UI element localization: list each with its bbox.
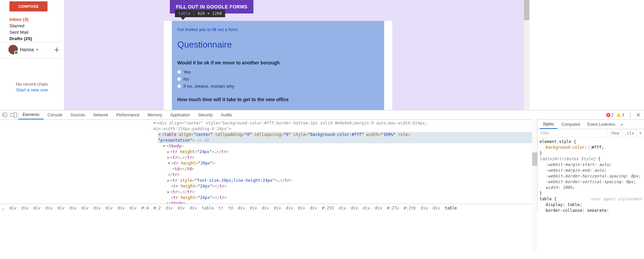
error-count[interactable]: ✕2 — [606, 113, 614, 117]
breadcrumb-item[interactable]: div — [262, 206, 269, 210]
scrollbar-thumb[interactable] — [532, 152, 537, 166]
breadcrumb-item[interactable]: … — [2, 206, 4, 210]
dom-tree[interactable]: <div align="center" style="background-co… — [0, 120, 537, 204]
breadcrumb-item[interactable]: div — [57, 206, 65, 210]
sidebar-item-starred[interactable]: Starred — [0, 23, 64, 29]
tab-application[interactable]: Application — [166, 110, 194, 119]
option-label: Yes — [183, 69, 191, 75]
breadcrumb-item[interactable]: div — [93, 206, 101, 210]
breadcrumb-item[interactable]: div — [433, 206, 440, 210]
breadcrumb-item[interactable]: div — [9, 206, 17, 210]
invite-text: I've invited you to fill out a form: — [177, 27, 379, 32]
breadcrumb-item[interactable]: div — [178, 206, 185, 210]
chevron-down-icon[interactable] — [36, 49, 38, 51]
breadcrumb-item[interactable]: div — [363, 206, 370, 210]
dom-breadcrumb[interactable]: …divdivdivdivdivdivdivdivdivdivdiv#:4#:2… — [0, 204, 537, 212]
breadcrumb-item[interactable]: div — [421, 206, 428, 210]
tab-performance[interactable]: Performance — [112, 110, 144, 119]
breadcrumb-item[interactable]: div — [274, 206, 281, 210]
breadcrumb-item[interactable]: div — [375, 206, 382, 210]
warning-count-value: 3 — [622, 113, 624, 117]
devtools-menu-icon[interactable]: ⋮ — [627, 112, 633, 118]
breadcrumb-item[interactable]: #:255 — [322, 206, 334, 210]
breadcrumb-item[interactable]: table — [445, 206, 457, 210]
breadcrumb-item[interactable]: div — [190, 206, 197, 210]
breadcrumb-item[interactable]: div — [105, 206, 113, 210]
inspect-element-icon[interactable] — [3, 113, 7, 117]
styles-more-icon[interactable]: » — [621, 122, 623, 127]
option-yes[interactable]: Yes — [177, 69, 379, 75]
no-chats-label: No recent chats — [0, 82, 64, 87]
tab-security[interactable]: Security — [194, 110, 217, 119]
dom-panel: <div align="center" style="background-co… — [0, 120, 537, 212]
breadcrumb-item[interactable]: div — [238, 206, 245, 210]
start-chat-link[interactable]: Start a new one — [0, 87, 64, 92]
tab-elements[interactable]: Elements — [19, 110, 43, 119]
breadcrumb-item[interactable]: #:2 — [153, 206, 161, 210]
breadcrumb-item[interactable]: table — [202, 206, 214, 210]
split-drag-handle[interactable] — [65, 0, 65, 110]
breadcrumb-item[interactable]: div — [69, 206, 77, 210]
devtools: Elements Console Sources Network Perform… — [0, 110, 644, 212]
scrollbar-thumb[interactable] — [524, 0, 529, 20]
email-card: I've invited you to fill out a form: Que… — [164, 21, 392, 110]
sidebar-item-inbox[interactable]: Inbox (3) — [0, 16, 64, 23]
chat-user-row[interactable]: Hanna + — [0, 42, 64, 59]
tab-sources[interactable]: Sources — [66, 110, 89, 119]
option-no[interactable]: No — [177, 77, 379, 82]
close-devtools-icon[interactable]: ✕ — [636, 112, 641, 118]
new-rule-button[interactable]: + — [637, 129, 644, 137]
breadcrumb-item[interactable]: div — [310, 206, 317, 210]
breadcrumb-item[interactable]: div — [129, 206, 137, 210]
tab-memory[interactable]: Memory — [144, 110, 166, 119]
dom-tree-scrollbar[interactable] — [532, 119, 537, 251]
sidebar-item-sent[interactable]: Sent Mail — [0, 29, 64, 35]
breadcrumb-item[interactable]: div — [33, 206, 41, 210]
tooltip-tag: table — [175, 10, 194, 17]
devtools-tabbar: Elements Console Sources Network Perform… — [0, 110, 644, 120]
radio-icon[interactable] — [177, 77, 181, 81]
tab-network[interactable]: Network — [89, 110, 112, 119]
toggle-hov[interactable]: :hov — [607, 129, 622, 137]
breadcrumb-item[interactable]: div — [339, 206, 346, 210]
breadcrumb-item[interactable]: div — [21, 206, 29, 210]
computed-tab[interactable]: Computed — [558, 120, 583, 129]
styles-filter-input[interactable] — [538, 131, 607, 136]
device-toolbar-icon[interactable] — [10, 113, 16, 117]
breadcrumb-item[interactable]: div — [117, 206, 125, 210]
breadcrumb-item[interactable]: div — [351, 206, 358, 210]
warning-icon — [617, 113, 621, 117]
error-count-value: 2 — [611, 113, 614, 117]
sidebar-item-drafts[interactable]: Drafts (25) — [0, 35, 64, 42]
page-scrollbar[interactable] — [524, 0, 529, 110]
breadcrumb-item[interactable]: #:27u — [387, 206, 399, 210]
radio-icon[interactable] — [177, 70, 181, 74]
breadcrumb-item[interactable]: div — [45, 206, 53, 210]
breadcrumb-item[interactable]: div — [165, 206, 173, 210]
breadcrumb-item[interactable]: td — [228, 206, 233, 210]
styles-tab[interactable]: Styles — [540, 120, 557, 129]
breadcrumb-item[interactable]: div — [298, 206, 305, 210]
styles-rules[interactable]: element.style { background-color:#fff; }… — [538, 138, 644, 212]
toggle-cls[interactable]: .cls — [622, 129, 637, 137]
styles-panel: Styles Computed Event Listeners » :hov .… — [537, 120, 644, 212]
breadcrumb-item[interactable]: #:2tb — [404, 206, 416, 210]
breadcrumb-item[interactable]: div — [81, 206, 89, 210]
breadcrumb-item[interactable]: #:4 — [142, 206, 149, 210]
compose-button[interactable]: COMPOSE — [9, 1, 48, 11]
new-chat-button[interactable]: + — [54, 48, 59, 51]
warning-count[interactable]: 3 — [617, 113, 624, 117]
tab-console[interactable]: Console — [43, 110, 66, 119]
devtools-dimension-tooltip: table 624 × 1260 — [175, 10, 225, 17]
option-explain[interactable]: If no, please, explain why — [177, 84, 379, 89]
breadcrumb-item[interactable]: div — [250, 206, 257, 210]
questionnaire-title[interactable]: Questionnaire — [177, 39, 379, 50]
question-2: How much time will it take to get to the… — [177, 97, 379, 102]
inspected-table-highlight[interactable]: I've invited you to fill out a form: Que… — [172, 21, 384, 110]
radio-icon[interactable] — [177, 84, 181, 88]
breadcrumb-item[interactable]: tr — [218, 206, 223, 210]
tab-audits[interactable]: Audits — [217, 110, 236, 119]
breadcrumb-item[interactable]: div — [286, 206, 293, 210]
option-label: No — [183, 77, 189, 82]
event-listeners-tab[interactable]: Event Listeners — [584, 120, 619, 129]
